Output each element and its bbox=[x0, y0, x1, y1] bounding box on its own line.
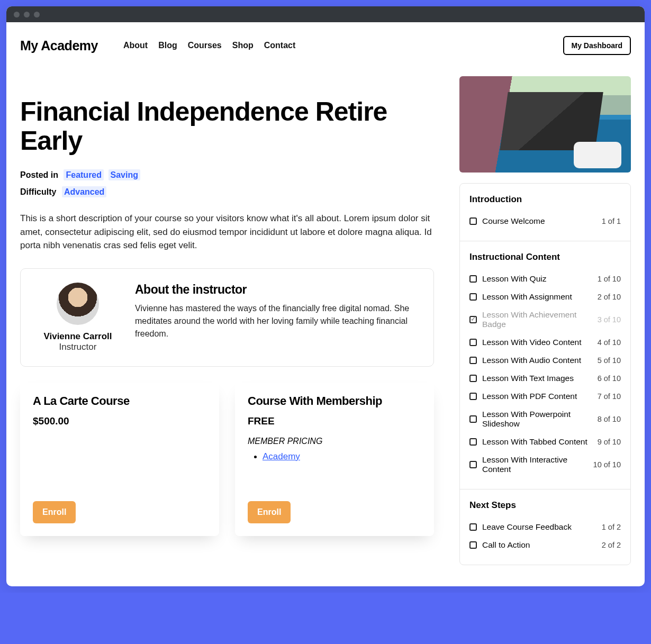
nav-courses[interactable]: Courses bbox=[188, 41, 222, 50]
checkbox-icon bbox=[469, 461, 477, 468]
window-titlebar bbox=[6, 6, 645, 22]
syllabus-item-count: 6 of 10 bbox=[598, 374, 621, 383]
posted-in-row: Posted in Featured Saving bbox=[20, 170, 434, 180]
syllabus-item-label: Lesson With Powerpoint Slideshow bbox=[482, 410, 592, 429]
syllabus-item-label: Lesson With Achievement Badge bbox=[482, 310, 592, 329]
syllabus-item-label: Lesson With Assignment bbox=[482, 292, 592, 302]
price-title: Course With Membership bbox=[248, 394, 421, 408]
price-value: $500.00 bbox=[33, 415, 206, 427]
nav-contact[interactable]: Contact bbox=[264, 41, 296, 50]
course-hero-image bbox=[459, 76, 631, 173]
price-title: A La Carte Course bbox=[33, 394, 206, 408]
page-body: My Academy About Blog Courses Shop Conta… bbox=[6, 22, 645, 586]
difficulty-label: Difficulty bbox=[20, 187, 56, 196]
tag-featured[interactable]: Featured bbox=[64, 169, 104, 180]
syllabus-item[interactable]: Lesson With Video Content4 of 10 bbox=[469, 333, 621, 351]
syllabus-section: Instructional ContentLesson With Quiz1 o… bbox=[460, 241, 630, 489]
syllabus-section-title: Instructional Content bbox=[469, 252, 621, 262]
posted-in-label: Posted in bbox=[20, 170, 58, 179]
nav-shop[interactable]: Shop bbox=[232, 41, 254, 50]
syllabus-item[interactable]: Call to Action2 of 2 bbox=[469, 536, 621, 554]
price-card-alacarte: A La Carte Course $500.00 Enroll bbox=[20, 383, 219, 536]
syllabus-item-label: Call to Action bbox=[482, 540, 596, 550]
nav-about[interactable]: About bbox=[123, 41, 148, 50]
minimize-icon[interactable] bbox=[24, 12, 30, 17]
syllabus-section: Next StepsLeave Course Feedback1 of 2Cal… bbox=[460, 489, 630, 565]
browser-window: My Academy About Blog Courses Shop Conta… bbox=[6, 6, 645, 586]
price-value: FREE bbox=[248, 415, 421, 427]
nav-links: About Blog Courses Shop Contact bbox=[123, 41, 295, 50]
price-card-membership: Course With Membership FREE MEMBER PRICI… bbox=[235, 383, 434, 536]
checkbox-icon bbox=[469, 541, 477, 549]
syllabus-item[interactable]: Course Welcome1 of 1 bbox=[469, 212, 621, 230]
checkbox-icon bbox=[469, 415, 477, 423]
instructor-profile: Vivienne Carroll Instructor bbox=[35, 283, 120, 352]
syllabus-item-label: Lesson With Video Content bbox=[482, 338, 592, 347]
syllabus-item[interactable]: Lesson With Powerpoint Slideshow8 of 10 bbox=[469, 405, 621, 433]
syllabus-item-count: 1 of 2 bbox=[602, 523, 621, 531]
syllabus-item-label: Leave Course Feedback bbox=[482, 522, 596, 532]
syllabus-item[interactable]: Lesson With Tabbed Content9 of 10 bbox=[469, 433, 621, 451]
checkbox-icon bbox=[469, 339, 477, 346]
instructor-details: About the instructor Vivienne has master… bbox=[135, 283, 419, 352]
instructor-role: Instructor bbox=[35, 342, 120, 352]
difficulty-value[interactable]: Advanced bbox=[62, 186, 106, 197]
syllabus-item-label: Lesson With Interactive Content bbox=[482, 455, 588, 474]
syllabus-item[interactable]: Lesson With Interactive Content10 of 10 bbox=[469, 451, 621, 478]
checkbox-icon bbox=[469, 217, 477, 225]
syllabus-item[interactable]: Lesson With PDF Content7 of 10 bbox=[469, 387, 621, 405]
syllabus-item-count: 4 of 10 bbox=[598, 338, 621, 347]
syllabus-item-count: 3 of 10 bbox=[598, 315, 621, 324]
course-description: This is a short description of your cour… bbox=[20, 212, 434, 252]
instructor-bio: Vivienne has mastered the ways of the fi… bbox=[135, 302, 419, 340]
syllabus-item-count: 10 of 10 bbox=[593, 460, 621, 469]
enroll-button[interactable]: Enroll bbox=[33, 501, 76, 523]
site-brand[interactable]: My Academy bbox=[20, 38, 98, 53]
syllabus-item[interactable]: Lesson With Assignment2 of 10 bbox=[469, 288, 621, 306]
syllabus-item-label: Lesson With Tabbed Content bbox=[482, 437, 592, 447]
syllabus-item-count: 8 of 10 bbox=[598, 415, 621, 423]
syllabus-item-count: 7 of 10 bbox=[598, 392, 621, 401]
membership-link[interactable]: Academy bbox=[263, 451, 300, 461]
checkbox-icon bbox=[469, 523, 477, 531]
syllabus-item-count: 1 of 1 bbox=[602, 217, 621, 225]
syllabus-item-count: 2 of 10 bbox=[598, 293, 621, 301]
main-column: Financial Independence Retire Early Post… bbox=[20, 76, 434, 565]
checkbox-icon bbox=[469, 393, 477, 400]
course-title: Financial Independence Retire Early bbox=[20, 97, 434, 156]
maximize-icon[interactable] bbox=[34, 12, 40, 17]
syllabus-item-label: Course Welcome bbox=[482, 216, 596, 226]
enroll-button[interactable]: Enroll bbox=[248, 501, 291, 523]
syllabus-item-label: Lesson With PDF Content bbox=[482, 392, 592, 401]
syllabus-item-count: 5 of 10 bbox=[598, 356, 621, 365]
difficulty-row: Difficulty Advanced bbox=[20, 187, 434, 197]
syllabus-item-label: Lesson With Quiz bbox=[482, 274, 592, 284]
syllabus-item[interactable]: Lesson With Text Images6 of 10 bbox=[469, 369, 621, 387]
tag-saving[interactable]: Saving bbox=[108, 169, 140, 180]
syllabus-item-label: Lesson With Audio Content bbox=[482, 356, 592, 365]
nav-blog[interactable]: Blog bbox=[158, 41, 177, 50]
syllabus-item-count: 9 of 10 bbox=[598, 438, 621, 446]
syllabus-item[interactable]: Lesson With Quiz1 of 10 bbox=[469, 270, 621, 288]
avatar bbox=[57, 283, 99, 325]
checkbox-icon bbox=[469, 293, 477, 301]
checkbox-icon bbox=[469, 438, 477, 446]
top-nav: My Academy About Blog Courses Shop Conta… bbox=[20, 36, 631, 76]
member-pricing-label: MEMBER PRICING bbox=[248, 437, 421, 446]
dashboard-button[interactable]: My Dashboard bbox=[563, 36, 631, 55]
checkbox-checked-icon bbox=[469, 316, 477, 323]
instructor-name: Vivienne Carroll bbox=[35, 331, 120, 342]
syllabus-section-title: Introduction bbox=[469, 194, 621, 205]
syllabus-section-title: Next Steps bbox=[469, 500, 621, 511]
syllabus-item-label: Lesson With Text Images bbox=[482, 374, 592, 383]
membership-list: Academy bbox=[263, 451, 421, 462]
instructor-heading: About the instructor bbox=[135, 283, 419, 297]
syllabus-item[interactable]: Lesson With Achievement Badge3 of 10 bbox=[469, 306, 621, 333]
syllabus-item[interactable]: Leave Course Feedback1 of 2 bbox=[469, 518, 621, 536]
close-icon[interactable] bbox=[14, 12, 20, 17]
syllabus-item-count: 1 of 10 bbox=[598, 275, 621, 283]
instructor-card: Vivienne Carroll Instructor About the in… bbox=[20, 268, 434, 367]
syllabus-item[interactable]: Lesson With Audio Content5 of 10 bbox=[469, 351, 621, 369]
checkbox-icon bbox=[469, 275, 477, 283]
syllabus-item-count: 2 of 2 bbox=[602, 541, 621, 549]
